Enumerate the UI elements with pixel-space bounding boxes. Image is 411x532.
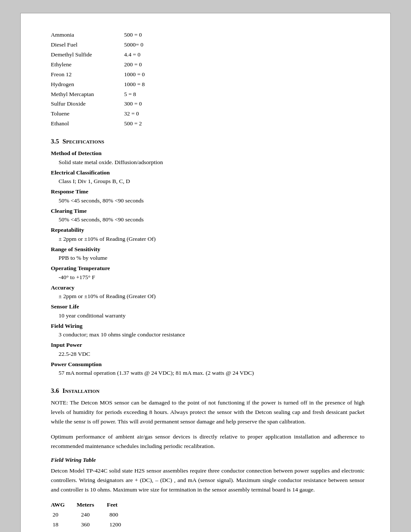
- spec-value: -40° to +175° F: [51, 273, 364, 282]
- fw-feet: 1200: [107, 520, 133, 530]
- chem-value: 200 = 0: [124, 60, 176, 69]
- chem-value: 4.4 = 0: [124, 50, 176, 59]
- spec-item: Clearing Time50% <45 seconds, 80% <90 se…: [51, 206, 364, 225]
- field-wiring-title: Field Wiring Table: [51, 457, 364, 464]
- chem-value: 500 = 0: [124, 31, 176, 40]
- spec-item: Input Power22.5-28 VDC: [51, 340, 364, 359]
- spec-label: Repeatability: [51, 225, 364, 235]
- chem-value: 500 = 2: [124, 119, 176, 128]
- chem-row: Freon 121000 = 0: [51, 70, 364, 79]
- spec-item: Method of DetectionSolid state metal oxi…: [51, 149, 364, 167]
- section-35: 3.5 Specifications Method of DetectionSo…: [51, 138, 364, 378]
- spec-value: PPB to % by volume: [51, 254, 364, 263]
- spec-label: Input Power: [51, 340, 364, 350]
- chem-name: Hydrogen: [51, 80, 124, 89]
- chem-name: Demethyl Sulfide: [51, 50, 124, 59]
- section-35-heading: 3.5 Specifications: [51, 138, 364, 145]
- spec-value: Solid state metal oxide. Diffusion/adsor…: [51, 158, 364, 167]
- spec-label: Range of Sensitivity: [51, 245, 364, 254]
- chem-row: Toluene32 = 0: [51, 109, 364, 118]
- fw-data-row: 183601200: [51, 520, 364, 530]
- spec-label: Clearing Time: [51, 206, 364, 216]
- chem-name: Toluene: [51, 109, 124, 118]
- fw-meters: 240: [77, 510, 107, 520]
- field-wiring-desc: Detcon Model TP-424C solid state H2S sen…: [51, 466, 364, 494]
- chem-name: Diesel Fuel: [51, 40, 124, 50]
- spec-item: Electrical ClassificationClass I; Div 1,…: [51, 168, 364, 187]
- chem-row: Ethylene200 = 0: [51, 60, 364, 69]
- spec-label: Sensor Life: [51, 302, 364, 311]
- chem-value: 5000= 0: [124, 40, 176, 50]
- spec-label: Field Wiring: [51, 321, 364, 331]
- fw-meters: 360: [77, 520, 107, 530]
- spec-item: Operating Temperature-40° to +175° F: [51, 264, 364, 282]
- chem-row: Diesel Fuel5000= 0: [51, 40, 364, 50]
- fw-data-row: 20240800: [51, 510, 364, 520]
- spec-label: Operating Temperature: [51, 264, 364, 273]
- spec-value: 10 year conditional warranty: [51, 311, 364, 320]
- chem-row: Ammonia500 = 0: [51, 31, 364, 40]
- fw-awg: 20: [51, 510, 77, 520]
- fw-col-awg-header: AWG: [51, 500, 77, 510]
- spec-label: Electrical Classification: [51, 168, 364, 177]
- spec-item: Repeatability± 2ppm or ±10% of Reading (…: [51, 225, 364, 244]
- spec-item: Sensor Life10 year conditional warranty: [51, 302, 364, 320]
- chem-name: Methyl Mercaptan: [51, 90, 124, 99]
- spec-value: Class I; Div 1, Groups B, C, D: [51, 177, 364, 186]
- field-wiring-table: AWGMetersFeet20240800183601200: [51, 500, 364, 530]
- spec-item: Accuracy± 2ppm or ±10% of Reading (Great…: [51, 283, 364, 302]
- spec-value: ± 2ppm or ±10% of Reading (Greater Of): [51, 292, 364, 301]
- chem-name: Ammonia: [51, 31, 124, 40]
- spec-value: 3 conductor; max 10 ohms single conducto…: [51, 330, 364, 339]
- fw-feet: 800: [107, 510, 133, 520]
- spec-label: Power Consumption: [51, 360, 364, 369]
- chem-value: 32 = 0: [124, 109, 176, 118]
- chem-row: Methyl Mercaptan5 = 8: [51, 90, 364, 99]
- spec-item: Field Wiring3 conductor; max 10 ohms sin…: [51, 321, 364, 340]
- chem-name: Freon 12: [51, 70, 124, 79]
- spec-item: Response Time50% <45 seconds, 80% <90 se…: [51, 187, 364, 205]
- chem-name: Sulfur Dioxide: [51, 100, 124, 109]
- section-36-num: 3.6: [51, 387, 59, 394]
- spec-item: Range of SensitivityPPB to % by volume: [51, 245, 364, 263]
- chem-row: Demethyl Sulfide4.4 = 0: [51, 50, 364, 59]
- spec-item: Power Consumption57 mA normal operation …: [51, 360, 364, 378]
- chem-name: Ethanol: [51, 119, 124, 128]
- spec-value: 22.5-28 VDC: [51, 350, 364, 359]
- spec-value: ± 2ppm or ±10% of Reading (Greater Of): [51, 235, 364, 244]
- spec-value: 57 mA normal operation (1.37 watts @ 24 …: [51, 369, 364, 378]
- chem-value: 1000 = 0: [124, 70, 176, 79]
- chem-value: 5 = 8: [124, 90, 176, 99]
- chem-row: Ethanol500 = 2: [51, 119, 364, 128]
- fw-col-meters-header: Meters: [77, 500, 107, 510]
- chemicals-table: Ammonia500 = 0Diesel Fuel5000= 0Demethyl…: [51, 31, 364, 128]
- page: Ammonia500 = 0Diesel Fuel5000= 0Demethyl…: [20, 13, 391, 532]
- chem-value: 1000 = 8: [124, 80, 176, 89]
- spec-value: 50% <45 seconds, 80% <90 seconds: [51, 215, 364, 224]
- spec-label: Accuracy: [51, 283, 364, 292]
- section-35-title: Specifications: [62, 138, 104, 145]
- spec-label: Method of Detection: [51, 149, 364, 158]
- section-35-num: 3.5: [51, 138, 59, 145]
- chem-name: Ethylene: [51, 60, 124, 69]
- chem-row: Sulfur Dioxide300 = 0: [51, 100, 364, 109]
- section-36-title: Installation: [62, 387, 100, 394]
- section-36-note: NOTE: The Detcon MOS sensor can be damag…: [51, 398, 364, 426]
- chem-value: 300 = 0: [124, 100, 176, 109]
- section-36-heading: 3.6 Installation: [51, 387, 364, 395]
- fw-col-feet-header: Feet: [107, 500, 133, 510]
- fw-awg: 18: [51, 520, 77, 530]
- section-36-para2: Optimum performance of ambient air/gas s…: [51, 432, 364, 451]
- spec-label: Response Time: [51, 187, 364, 196]
- chem-row: Hydrogen1000 = 8: [51, 80, 364, 89]
- fw-header-row: AWGMetersFeet: [51, 500, 364, 510]
- field-wiring-section: Field Wiring Table Detcon Model TP-424C …: [51, 457, 364, 530]
- section-36: 3.6 Installation NOTE: The Detcon MOS se…: [51, 387, 364, 530]
- spec-value: 50% <45 seconds, 80% <90 seconds: [51, 196, 364, 205]
